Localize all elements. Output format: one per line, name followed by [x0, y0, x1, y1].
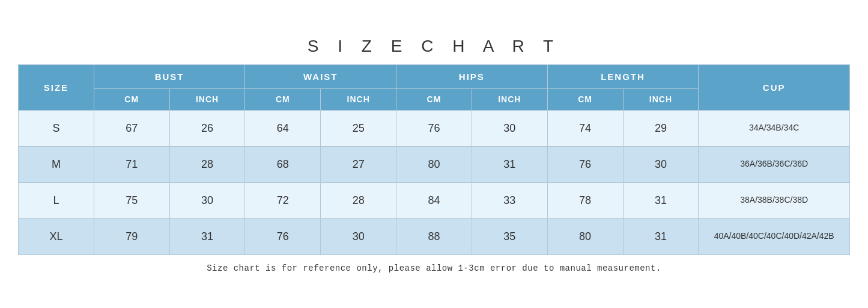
size-cell: S: [19, 110, 94, 146]
size-cell: L: [19, 182, 94, 218]
waist-inch-header: INCH: [321, 88, 396, 110]
waist-inch-cell: 28: [321, 182, 396, 218]
cup-cell: 34A/34B/34C: [699, 110, 850, 146]
length-cm-cell: 80: [547, 218, 623, 254]
waist-inch-cell: 27: [321, 146, 396, 182]
hips-inch-cell: 30: [472, 110, 547, 146]
length-cm-header: CM: [547, 88, 623, 110]
length-inch-cell: 31: [623, 218, 699, 254]
hips-header: HIPS: [396, 64, 548, 88]
bust-inch-cell: 26: [169, 110, 245, 146]
hips-inch-header: INCH: [472, 88, 547, 110]
cup-cell: 40A/40B/40C/40C/40D/42A/42B: [699, 218, 850, 254]
table-row: M712868278031763036A/36B/36C/36D: [19, 146, 850, 182]
waist-inch-cell: 30: [321, 218, 396, 254]
length-inch-cell: 30: [623, 146, 699, 182]
length-inch-cell: 31: [623, 182, 699, 218]
bust-cm-cell: 71: [94, 146, 169, 182]
waist-cm-cell: 64: [245, 110, 321, 146]
waist-inch-cell: 25: [321, 110, 396, 146]
table-row: XL793176308835803140A/40B/40C/40C/40D/42…: [19, 218, 850, 254]
hips-inch-cell: 31: [472, 146, 547, 182]
length-header: LENGTH: [547, 64, 699, 88]
table-row: L753072288433783138A/38B/38C/38D: [19, 182, 850, 218]
hips-cm-header: CM: [396, 88, 472, 110]
waist-cm-cell: 72: [245, 182, 321, 218]
hips-cm-cell: 80: [396, 146, 472, 182]
bust-inch-cell: 30: [169, 182, 245, 218]
cup-cell: 38A/38B/38C/38D: [699, 182, 850, 218]
waist-header: WAIST: [245, 64, 396, 88]
hips-cm-cell: 84: [396, 182, 472, 218]
chart-wrapper: S I Z E C H A R T SIZE BUST WAIST HIPS L…: [6, 21, 862, 288]
length-cm-cell: 74: [547, 110, 623, 146]
table-row: S672664257630742934A/34B/34C: [19, 110, 850, 146]
hips-inch-cell: 35: [472, 218, 547, 254]
size-cell: M: [19, 146, 94, 182]
hips-cm-cell: 88: [396, 218, 472, 254]
length-cm-cell: 78: [547, 182, 623, 218]
hips-inch-cell: 33: [472, 182, 547, 218]
bust-inch-header: INCH: [169, 88, 245, 110]
bust-inch-cell: 31: [169, 218, 245, 254]
bust-cm-cell: 67: [94, 110, 169, 146]
footnote: Size chart is for reference only, please…: [18, 255, 850, 276]
bust-cm-cell: 75: [94, 182, 169, 218]
hips-cm-cell: 76: [396, 110, 472, 146]
size-chart: SIZE BUST WAIST HIPS LENGTH CUP CM INCH …: [18, 64, 850, 255]
bust-inch-cell: 28: [169, 146, 245, 182]
cup-header: CUP: [699, 64, 850, 110]
bust-cm-cell: 79: [94, 218, 169, 254]
waist-cm-cell: 76: [245, 218, 321, 254]
length-cm-cell: 76: [547, 146, 623, 182]
length-inch-header: INCH: [623, 88, 699, 110]
bust-cm-header: CM: [94, 88, 169, 110]
waist-cm-header: CM: [245, 88, 321, 110]
cup-cell: 36A/36B/36C/36D: [699, 146, 850, 182]
waist-cm-cell: 68: [245, 146, 321, 182]
chart-title: S I Z E C H A R T: [18, 27, 850, 64]
length-inch-cell: 29: [623, 110, 699, 146]
size-cell: XL: [19, 218, 94, 254]
bust-header: BUST: [94, 64, 245, 88]
size-header: SIZE: [19, 64, 94, 110]
